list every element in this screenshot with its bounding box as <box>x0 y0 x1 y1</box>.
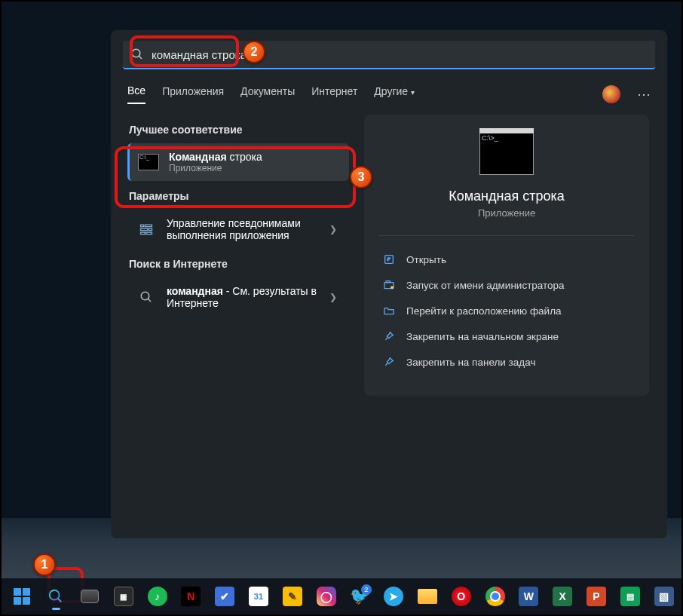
result-app-alias-settings[interactable]: Управление псевдонимами выполнения прило… <box>127 210 349 249</box>
svg-point-8 <box>141 292 149 300</box>
taskbar-chrome[interactable] <box>480 581 510 611</box>
chevron-right-icon: ❯ <box>329 224 342 234</box>
taskbar-excel[interactable]: X <box>548 581 577 611</box>
section-best-match: Лучшее соответствие <box>129 124 349 136</box>
taskbar-search-button[interactable] <box>41 581 71 611</box>
search-icon <box>47 588 64 605</box>
settings-icon <box>135 218 158 241</box>
action-open[interactable]: Открыть <box>379 247 634 272</box>
more-options-button[interactable]: ⋯ <box>637 86 651 103</box>
taskbar-instagram[interactable]: ◯ <box>311 581 341 611</box>
search-input[interactable] <box>152 48 648 61</box>
svg-rect-3 <box>145 225 152 227</box>
svg-point-0 <box>132 49 140 57</box>
cmd-icon-large <box>479 133 534 175</box>
result-command-prompt[interactable]: Командная строка Приложение <box>127 143 349 181</box>
svg-rect-7 <box>146 232 152 234</box>
open-icon <box>382 253 396 266</box>
section-settings: Параметры <box>129 190 349 202</box>
svg-point-13 <box>391 286 394 289</box>
result-subtitle: Приложение <box>169 163 262 173</box>
search-icon <box>135 286 158 308</box>
detail-title: Командная строка <box>449 188 565 204</box>
taskbar-sheets[interactable]: ▤ <box>615 581 645 611</box>
svg-rect-4 <box>141 228 148 231</box>
svg-rect-12 <box>386 281 390 283</box>
action-pin-start[interactable]: Закрепить на начальном экране <box>379 323 634 349</box>
taskbar-app[interactable]: ▧ <box>649 581 678 611</box>
taskbar-powerpoint[interactable]: P <box>582 581 611 611</box>
action-open-file-location[interactable]: Перейти к расположению файла <box>379 298 634 323</box>
taskbar-task-view[interactable] <box>75 581 105 611</box>
result-detail-panel: Командная строка Приложение Открыть Запу… <box>364 115 649 396</box>
taskbar-todo[interactable]: ✔ <box>210 581 240 611</box>
taskbar-telegram[interactable]: ➤ <box>379 581 409 611</box>
taskbar-twitter[interactable]: 🐦2 <box>345 581 375 611</box>
detail-subtitle: Приложение <box>478 207 535 219</box>
taskbar-calculator[interactable]: ▦ <box>109 581 138 611</box>
result-web-search[interactable]: командная - См. результаты в Интернете ❯ <box>127 277 349 317</box>
pin-icon <box>382 355 396 369</box>
taskbar-explorer[interactable] <box>413 581 443 611</box>
tab-internet[interactable]: Интернет <box>311 85 357 103</box>
step-badge-2: 2 <box>243 41 265 63</box>
svg-rect-6 <box>141 232 145 234</box>
windows-search-panel: Все Приложения Документы Интернет Другие… <box>111 30 667 538</box>
taskbar-calendar[interactable]: 31 <box>244 581 274 611</box>
taskbar-netflix[interactable]: N <box>176 581 206 611</box>
taskbar: ▦ ♪ N ✔ 31 ✎ ◯ 🐦2 ➤ O W X P ▤ ▧ <box>2 578 683 614</box>
chevron-down-icon: ▾ <box>411 88 415 97</box>
step-badge-3: 3 <box>350 166 372 188</box>
tab-more[interactable]: Другие▾ <box>374 85 415 103</box>
svg-rect-5 <box>149 228 152 231</box>
action-run-as-admin[interactable]: Запуск от имени администратора <box>379 272 634 298</box>
step-badge-1: 1 <box>33 553 56 576</box>
user-avatar[interactable] <box>602 85 620 103</box>
svg-line-1 <box>139 56 142 59</box>
tab-documents[interactable]: Документы <box>240 85 295 103</box>
tab-all[interactable]: Все <box>127 84 145 104</box>
chevron-right-icon: ❯ <box>329 292 342 302</box>
taskbar-opera[interactable]: O <box>446 581 476 611</box>
pin-icon <box>382 329 396 343</box>
divider <box>379 235 634 236</box>
cmd-icon <box>137 151 160 173</box>
search-bar[interactable] <box>123 41 655 69</box>
admin-icon <box>382 278 396 292</box>
folder-icon <box>382 304 396 317</box>
taskbar-word[interactable]: W <box>514 581 544 611</box>
svg-point-14 <box>50 590 60 600</box>
tab-apps[interactable]: Приложения <box>162 85 224 103</box>
taskbar-spotify[interactable]: ♪ <box>142 581 172 611</box>
results-column: Лучшее соответствие Командная строка При… <box>111 115 360 396</box>
start-button[interactable] <box>8 581 37 611</box>
svg-line-9 <box>148 299 151 302</box>
svg-rect-2 <box>141 225 144 227</box>
action-pin-taskbar[interactable]: Закрепить на панели задач <box>379 349 634 375</box>
svg-line-15 <box>58 599 62 602</box>
taskbar-keep[interactable]: ✎ <box>277 581 307 611</box>
search-filter-tabs: Все Приложения Документы Интернет Другие… <box>111 69 667 104</box>
section-web-search: Поиск в Интернете <box>129 258 349 270</box>
search-icon <box>130 48 144 61</box>
notification-badge: 2 <box>361 584 372 595</box>
